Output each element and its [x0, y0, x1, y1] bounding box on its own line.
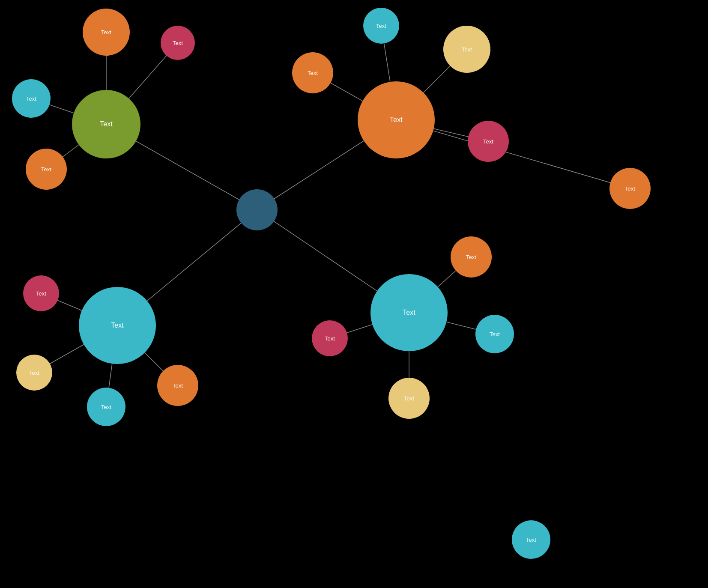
node-label: Text [100, 120, 113, 128]
graph-node[interactable]: Text [16, 355, 52, 391]
graph-node[interactable]: Text [87, 388, 125, 426]
node-label: Text [325, 335, 335, 342]
node-label: Text [490, 331, 500, 337]
node-circle [236, 189, 278, 230]
node-label: Text [376, 23, 386, 29]
graph-node[interactable]: Text [451, 236, 492, 278]
graph-node[interactable]: Text [468, 121, 509, 162]
graph-node[interactable]: Text [370, 274, 448, 351]
graph-node[interactable]: Text [79, 287, 156, 364]
graph-node[interactable]: Text [312, 320, 348, 356]
graph-node[interactable]: Text [443, 26, 490, 73]
graph-node[interactable]: Text [161, 26, 195, 60]
graph-node[interactable]: Text [388, 378, 430, 419]
graph-node[interactable]: Text [363, 8, 399, 44]
graph-node[interactable]: Text [26, 149, 67, 190]
node-label: Text [403, 309, 415, 316]
node-label: Text [101, 29, 111, 36]
network-graph: TextTextTextTextTextTextTextTextTextText… [0, 0, 708, 588]
graph-node[interactable]: Text [512, 520, 550, 559]
graph-node[interactable]: Text [83, 9, 130, 56]
node-label: Text [462, 46, 472, 53]
graph-node[interactable]: Text [12, 79, 51, 118]
node-label: Text [173, 382, 183, 389]
node-label: Text [29, 370, 39, 376]
node-label: Text [111, 322, 124, 329]
node-label: Text [41, 166, 51, 173]
graph-node[interactable]: Text [609, 168, 651, 209]
graph-node[interactable]: Text [23, 275, 59, 311]
node-label: Text [390, 116, 403, 123]
node-label: Text [404, 395, 414, 402]
graph-node[interactable]: Text [292, 52, 333, 93]
graph-node[interactable]: Text [358, 81, 435, 158]
node-label: Text [173, 40, 183, 46]
node-label: Text [483, 138, 493, 145]
node-label: Text [466, 254, 476, 260]
graph-node[interactable] [236, 189, 278, 230]
node-label: Text [625, 185, 635, 192]
graph-node[interactable]: Text [157, 365, 198, 406]
node-label: Text [26, 96, 36, 102]
node-label: Text [36, 290, 46, 297]
graph-node[interactable]: Text [475, 315, 514, 353]
graph-node[interactable]: Text [72, 90, 140, 158]
node-label: Text [308, 70, 318, 76]
node-label: Text [101, 404, 111, 410]
node-label: Text [526, 537, 536, 543]
